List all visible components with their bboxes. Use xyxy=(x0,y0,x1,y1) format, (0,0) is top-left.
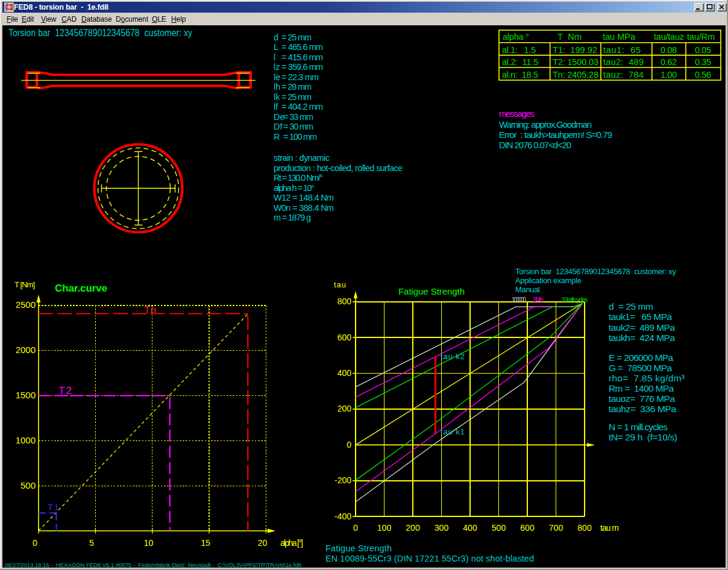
svg-text:06/27/2013 18:16 - HEXAGON FE: 06/27/2013 18:16 - HEXAGON FED8 V6.1 #00… xyxy=(5,562,301,568)
svg-text:= 100 mm: = 100 mm xyxy=(283,132,317,142)
svg-text:tau MPa: tau MPa xyxy=(603,32,636,42)
svg-text:tauhz= 336 MPa: tauhz= 336 MPa xyxy=(609,404,676,414)
svg-text:1.00: 1.00 xyxy=(661,70,677,80)
svg-text:300: 300 xyxy=(435,523,449,533)
svg-text:W0n = 388.4 Nm: W0n = 388.4 Nm xyxy=(274,203,334,213)
svg-text:strain : dynamic: strain : dynamic xyxy=(274,153,330,163)
svg-text:G = 78500 MPa: G = 78500 MPa xyxy=(609,363,672,373)
svg-text:100: 100 xyxy=(377,523,392,533)
svg-text:10mill.cycles: 10mill.cycles xyxy=(562,296,588,303)
svg-text:production : hot-coiled, rolle: production : hot-coiled, rolled surface xyxy=(274,163,403,173)
svg-text:400: 400 xyxy=(463,523,477,533)
svg-text:T1: T1 xyxy=(48,502,59,512)
svg-text:0: 0 xyxy=(353,523,358,533)
svg-text:800: 800 xyxy=(577,523,592,533)
svg-text:-200: -200 xyxy=(334,475,351,485)
svg-text:tau1: 65: tau1: 65 xyxy=(603,45,641,55)
svg-text:tau k2: tau k2 xyxy=(441,352,465,361)
svg-text:-400: -400 xyxy=(334,512,351,521)
svg-text:= 22.3 mm: = 22.3 mm xyxy=(281,72,319,82)
svg-text:L: L xyxy=(274,42,278,52)
svg-text:tau2: 489: tau2: 489 xyxy=(603,57,644,67)
svg-text:al.n: 18.5: al.n: 18.5 xyxy=(502,70,538,80)
svg-text:T2: T2 xyxy=(58,385,72,396)
svg-text:500: 500 xyxy=(20,480,36,490)
svg-text:m = 1879 g: m = 1879 g xyxy=(274,213,311,222)
svg-text:tau m: tau m xyxy=(600,523,619,533)
svg-text:E = 206000 MPa: E = 206000 MPa xyxy=(609,352,673,363)
svg-text:d: d xyxy=(274,33,278,42)
svg-text:EN 10089-55Cr3 (DIN 17221 55Cr: EN 10089-55Cr3 (DIN 17221 55Cr3) not sho… xyxy=(325,554,534,563)
svg-text:lh: lh xyxy=(274,82,280,92)
svg-text:taukh= 424 MPa: taukh= 424 MPa xyxy=(609,333,675,343)
svg-text:0: 0 xyxy=(347,440,351,449)
svg-text:lf: lf xyxy=(274,102,278,111)
svg-text:= 28 mm: = 28 mm xyxy=(281,82,312,92)
svg-text:Warning: approx.Goodman: Warning: approx.Goodman xyxy=(499,119,592,130)
svg-text:W12 = 148.4 Nm: W12 = 148.4 Nm xyxy=(274,193,334,202)
svg-text:Tn: 2405.28: Tn: 2405.28 xyxy=(553,70,598,80)
svg-text:0.35: 0.35 xyxy=(695,57,711,67)
svg-text:T [Nm]: T [Nm] xyxy=(14,280,35,289)
svg-text:Error : taukh>tauhperm! S=0.7: Error : taukh>tauhperm! S=0.79 xyxy=(499,130,612,140)
svg-text:Tn: Tn xyxy=(144,304,156,316)
svg-text:R: R xyxy=(274,132,280,142)
svg-text:Char.curve: Char.curve xyxy=(55,283,107,294)
svg-text:T2: 1500.03: T2: 1500.03 xyxy=(553,57,598,67)
svg-text:le: le xyxy=(274,72,280,82)
svg-text:Df: Df xyxy=(274,122,283,131)
svg-text:tN= 29 h (f=10/s): tN= 29 h (f=10/s) xyxy=(609,432,677,442)
svg-text:200: 200 xyxy=(406,523,420,533)
svg-text:= 25 mm: = 25 mm xyxy=(281,33,312,42)
svg-text:al.1: 1.5: al.1: 1.5 xyxy=(502,45,536,55)
svg-text:Torsion bar 12345678901234567: Torsion bar 123456789012345678 customer:… xyxy=(8,27,192,39)
svg-text:messages: messages xyxy=(499,108,535,119)
svg-text:rho= 7.85 kg/dm³: rho= 7.85 kg/dm³ xyxy=(609,373,685,383)
svg-text:DIN 2076 0.07<d<20: DIN 2076 0.07<d<20 xyxy=(499,140,571,150)
svg-text:400: 400 xyxy=(337,368,352,378)
svg-text:700: 700 xyxy=(549,523,563,533)
svg-text:Fatigue Strength: Fatigue Strength xyxy=(325,543,392,553)
svg-text:1000: 1000 xyxy=(16,435,36,445)
svg-text:0.05: 0.05 xyxy=(695,45,711,55)
svg-text:Manual: Manual xyxy=(515,285,540,294)
svg-text:alpha h = 10°: alpha h = 10° xyxy=(274,183,315,193)
svg-text:0.08: 0.08 xyxy=(661,45,677,55)
svg-text:500: 500 xyxy=(492,523,506,533)
svg-text:1500: 1500 xyxy=(16,390,36,400)
svg-text:alpha [°]: alpha [°] xyxy=(280,538,303,548)
svg-text:0.62: 0.62 xyxy=(661,57,677,67)
svg-text:600: 600 xyxy=(337,333,352,342)
svg-text:al.2: 11.5: al.2: 11.5 xyxy=(502,57,538,67)
svg-text:800: 800 xyxy=(337,296,352,306)
svg-text:0.56: 0.56 xyxy=(695,70,711,80)
svg-text:= 404.2 mm: = 404.2 mm xyxy=(281,102,323,111)
svg-text:600: 600 xyxy=(520,523,535,533)
svg-text:2500: 2500 xyxy=(16,299,36,310)
svg-text:Rm = 1400 MPa: Rm = 1400 MPa xyxy=(609,383,674,393)
svg-text:2000: 2000 xyxy=(16,345,36,355)
svg-text:Rt = 130.0 Nm/°: Rt = 130.0 Nm/° xyxy=(274,173,323,183)
svg-text:T Nm: T Nm xyxy=(557,32,582,42)
svg-text:T1: 199.92: T1: 199.92 xyxy=(553,45,597,55)
svg-text:= 359.6 mm: = 359.6 mm xyxy=(281,62,323,72)
svg-text:Torsion bar 12345678901234567: Torsion bar 123456789012345678 customer:… xyxy=(515,267,677,276)
svg-text:lk: lk xyxy=(274,92,280,102)
svg-text:l: l xyxy=(274,52,275,62)
svg-text:1Mio.: 1Mio. xyxy=(533,296,544,303)
svg-text:tau: tau xyxy=(334,280,346,289)
svg-text:tauk2= 489 MPa: tauk2= 489 MPa xyxy=(609,322,675,333)
svg-text:= 33 mm: = 33 mm xyxy=(283,112,313,122)
svg-text:tau/Rm: tau/Rm xyxy=(687,32,715,42)
svg-text:Fatigue Strength: Fatigue Strength xyxy=(398,286,465,296)
svg-text:0: 0 xyxy=(33,538,37,548)
svg-text:5: 5 xyxy=(89,538,94,548)
svg-text:d = 25 mm: d = 25 mm xyxy=(609,301,653,312)
svg-text:= 415.6 mm: = 415.6 mm xyxy=(281,52,323,62)
svg-text:Application example: Application example xyxy=(515,276,582,285)
svg-text:200: 200 xyxy=(337,404,352,413)
svg-text:tau k1: tau k1 xyxy=(441,427,465,436)
svg-text:lz: lz xyxy=(274,62,280,72)
svg-text:20: 20 xyxy=(258,538,268,548)
svg-text:15: 15 xyxy=(201,538,210,548)
